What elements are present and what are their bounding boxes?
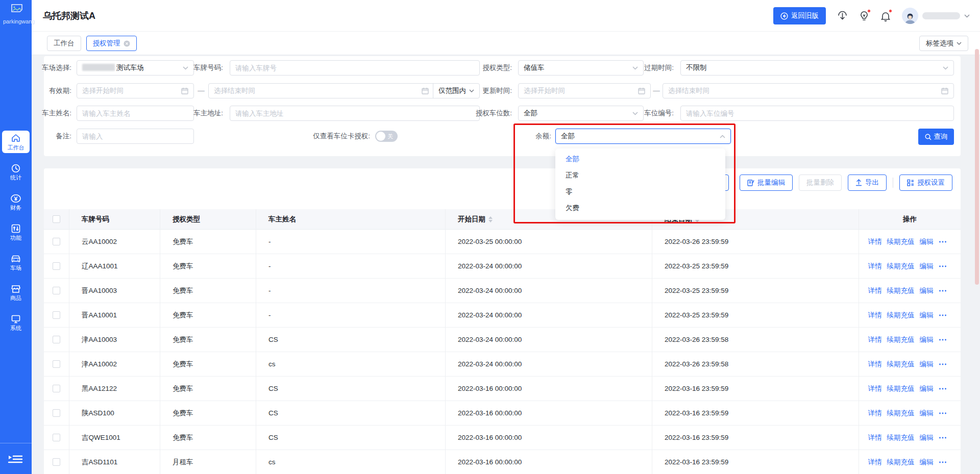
more-actions-icon[interactable] bbox=[939, 461, 947, 464]
toolbar: 批量编辑 批量删除 导出 授权设置 bbox=[740, 174, 952, 191]
row-action-0[interactable]: 详情 bbox=[868, 433, 882, 442]
space-count-select[interactable]: 全部 bbox=[518, 106, 644, 121]
more-actions-icon[interactable] bbox=[939, 338, 947, 341]
expire-time-select[interactable]: 不限制 bbox=[680, 60, 954, 76]
more-actions-icon[interactable] bbox=[939, 387, 947, 390]
tag-options-button[interactable]: 标签选项 bbox=[919, 36, 968, 51]
row-action-0[interactable]: 详情 bbox=[868, 237, 882, 246]
row-action-2[interactable]: 编辑 bbox=[920, 286, 934, 295]
balance-option-2[interactable]: 零 bbox=[555, 184, 725, 200]
auth-type-select[interactable]: 储值车 bbox=[518, 60, 644, 76]
sidebar-item-workbench[interactable]: 工作台 bbox=[2, 131, 30, 153]
cell-plate: 津AA10002 bbox=[69, 352, 160, 377]
row-checkbox[interactable] bbox=[53, 287, 60, 294]
more-actions-icon[interactable] bbox=[939, 436, 947, 439]
park-select[interactable]: 测试车场 bbox=[77, 60, 194, 76]
row-action-1[interactable]: 续期充值 bbox=[887, 433, 915, 442]
row-checkbox[interactable] bbox=[53, 458, 60, 466]
row-action-0[interactable]: 详情 bbox=[868, 311, 882, 320]
more-actions-icon[interactable] bbox=[939, 363, 947, 366]
remark-input[interactable] bbox=[77, 129, 194, 144]
download-icon[interactable] bbox=[837, 11, 848, 21]
row-action-2[interactable]: 编辑 bbox=[920, 409, 934, 418]
more-actions-icon[interactable] bbox=[939, 240, 947, 243]
search-button[interactable]: 查询 bbox=[918, 129, 954, 145]
row-checkbox[interactable] bbox=[53, 360, 60, 368]
back-to-old-version-button[interactable]: 返回旧版 bbox=[773, 7, 826, 24]
tab-auth-management[interactable]: 授权管理 bbox=[86, 36, 137, 51]
row-action-1[interactable]: 续期充值 bbox=[887, 237, 915, 246]
row-action-0[interactable]: 详情 bbox=[868, 384, 882, 393]
row-action-1[interactable]: 续期充值 bbox=[887, 286, 915, 295]
row-checkbox[interactable] bbox=[53, 262, 60, 270]
update-start-date[interactable]: 选择开始时间 bbox=[518, 83, 651, 98]
sidebar-item-parking[interactable]: 车场 bbox=[2, 251, 30, 273]
row-action-2[interactable]: 编辑 bbox=[920, 458, 934, 467]
row-action-2[interactable]: 编辑 bbox=[920, 335, 934, 344]
row-action-1[interactable]: 续期充值 bbox=[887, 384, 915, 393]
row-action-0[interactable]: 详情 bbox=[868, 335, 882, 344]
row-action-2[interactable]: 编辑 bbox=[920, 237, 934, 246]
row-action-0[interactable]: 详情 bbox=[868, 262, 882, 271]
export-button[interactable]: 导出 bbox=[848, 174, 887, 191]
collapse-sidebar-icon[interactable] bbox=[8, 454, 23, 465]
more-actions-icon[interactable] bbox=[939, 289, 947, 292]
batch-edit-button[interactable]: 批量编辑 bbox=[740, 174, 793, 191]
row-checkbox[interactable] bbox=[53, 434, 60, 441]
sidebar-item-goods[interactable]: 商品 bbox=[2, 281, 30, 304]
row-action-0[interactable]: 详情 bbox=[868, 409, 882, 418]
auth-settings-button[interactable]: 授权设置 bbox=[899, 174, 952, 191]
avatar bbox=[902, 8, 918, 24]
row-checkbox[interactable] bbox=[53, 311, 60, 319]
bell-icon[interactable] bbox=[880, 11, 891, 21]
tab-workbench[interactable]: 工作台 bbox=[47, 36, 81, 51]
sort-icons[interactable] bbox=[488, 216, 493, 222]
row-action-1[interactable]: 续期充值 bbox=[887, 458, 915, 467]
user-menu[interactable] bbox=[902, 8, 970, 24]
validity-end-date-group[interactable]: 选择结束时间 仅范围内 bbox=[208, 83, 480, 98]
more-actions-icon[interactable] bbox=[939, 314, 947, 317]
update-end-date[interactable]: 选择结束时间 bbox=[663, 83, 954, 98]
space-no-input[interactable] bbox=[680, 106, 954, 121]
owner-addr-input[interactable] bbox=[230, 106, 480, 121]
row-checkbox[interactable] bbox=[53, 336, 60, 343]
row-action-2[interactable]: 编辑 bbox=[920, 360, 934, 369]
sidebar-item-finance[interactable]: 财务 bbox=[2, 191, 30, 213]
row-action-1[interactable]: 续期充值 bbox=[887, 311, 915, 320]
row-checkbox[interactable] bbox=[53, 238, 60, 245]
row-checkbox[interactable] bbox=[53, 385, 60, 392]
sidebar-item-stats[interactable]: 统计 bbox=[2, 161, 30, 183]
balance-option-3[interactable]: 欠费 bbox=[555, 200, 725, 216]
owner-name-input[interactable] bbox=[77, 106, 194, 121]
more-actions-icon[interactable] bbox=[939, 412, 947, 415]
select-all-checkbox[interactable] bbox=[53, 215, 60, 223]
plate-input[interactable] bbox=[230, 60, 480, 76]
sidebar-item-features[interactable]: 功能 bbox=[2, 221, 30, 243]
row-checkbox[interactable] bbox=[53, 409, 60, 417]
row-action-1[interactable]: 续期充值 bbox=[887, 409, 915, 418]
balance-select[interactable]: 全部 bbox=[555, 129, 731, 144]
batch-delete-button[interactable]: 批量删除 bbox=[799, 174, 842, 191]
row-action-1[interactable]: 续期充值 bbox=[887, 360, 915, 369]
balance-option-1[interactable]: 正常 bbox=[555, 167, 725, 184]
scrollbar-thumb[interactable] bbox=[975, 49, 979, 285]
validity-start-date[interactable]: 选择开始时间 bbox=[77, 83, 194, 98]
lightbulb-icon[interactable] bbox=[859, 11, 869, 21]
balance-option-0[interactable]: 全部 bbox=[555, 151, 725, 167]
row-action-0[interactable]: 详情 bbox=[868, 286, 882, 295]
row-action-2[interactable]: 编辑 bbox=[920, 384, 934, 393]
cell-plate: 黑AA12122 bbox=[69, 377, 160, 401]
row-action-1[interactable]: 续期充值 bbox=[887, 335, 915, 344]
row-action-2[interactable]: 编辑 bbox=[920, 433, 934, 442]
close-tab-icon[interactable] bbox=[124, 40, 130, 47]
row-action-0[interactable]: 详情 bbox=[868, 360, 882, 369]
row-action-1[interactable]: 续期充值 bbox=[887, 262, 915, 271]
row-action-2[interactable]: 编辑 bbox=[920, 262, 934, 271]
logo[interactable]: parkingwang bbox=[0, 0, 32, 32]
card-only-toggle[interactable]: 关 bbox=[375, 131, 398, 142]
sidebar-item-system[interactable]: 系统 bbox=[2, 311, 30, 334]
row-action-2[interactable]: 编辑 bbox=[920, 311, 934, 320]
row-action-0[interactable]: 详情 bbox=[868, 458, 882, 467]
cell-end-date: 2022-03-16 23:59:59 bbox=[652, 401, 859, 426]
more-actions-icon[interactable] bbox=[939, 265, 947, 268]
